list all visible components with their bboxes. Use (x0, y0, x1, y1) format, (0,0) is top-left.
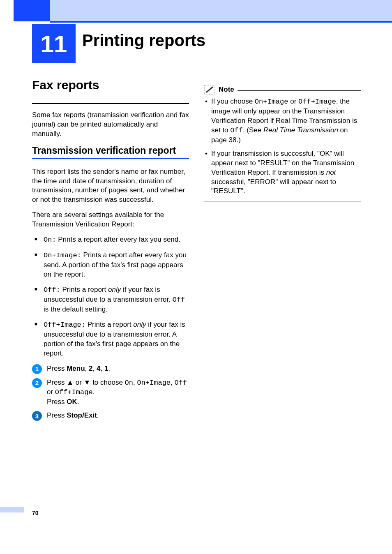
bullet-off: Off: Prints a report only if your fax is… (44, 285, 189, 314)
bullet-on: On: Prints a report after every fax you … (44, 235, 189, 245)
s1-menu: Menu (67, 365, 85, 372)
note-label: Note (219, 85, 234, 94)
text-offimg-only: only (133, 321, 146, 328)
s2-or1: or (74, 379, 84, 386)
step-1: 1 Press Menu, 2, 4, 1. (32, 364, 189, 374)
step-1-text: Press Menu, 2, 4, 1. (47, 364, 110, 374)
steps-list: 1 Press Menu, 2, 4, 1. 2 Press ▲ or ▼ to… (32, 364, 189, 421)
s1-pre: Press (47, 365, 67, 372)
step-2-text: Press ▲ or ▼ to choose On, On+Image, Off… (47, 378, 189, 407)
label-on-image: On+Image: (44, 252, 81, 259)
header-square (14, 0, 50, 21)
desc-paragraph-1: This report lists the sender's name or f… (32, 167, 189, 205)
n1-dot: . (See (243, 126, 263, 134)
text-off-prefix: Prints a report (60, 286, 108, 293)
step-badge-3: 3 (32, 411, 42, 421)
desc-paragraph-2: There are several settings available for… (32, 210, 189, 229)
s2-period: . (93, 388, 95, 396)
text-off-end: is the default setting. (44, 305, 108, 313)
note-header-line (238, 90, 361, 91)
header-bar (50, 0, 392, 21)
note-icon (204, 85, 215, 95)
bullet-on-image: On+Image: Prints a report after every fa… (44, 251, 189, 279)
text-off-only: only (108, 286, 121, 293)
bullet-off-image: Off+Image: Prints a report only if your … (44, 320, 189, 358)
h1-rule (32, 100, 189, 104)
n1-ital: Real Time Transmission (263, 126, 338, 134)
header-divider (50, 21, 392, 23)
note-bottom-rule (204, 201, 361, 201)
s1-end: . (108, 365, 110, 372)
s3-pre: Press (47, 411, 67, 419)
page-number: 70 (32, 510, 39, 516)
s1-c1: , (85, 365, 89, 372)
code-off: Off (173, 296, 185, 304)
s2-comma2: , (171, 379, 174, 386)
h1-fax-reports: Fax reports (32, 78, 189, 92)
up-arrow-icon: ▲ (67, 379, 74, 386)
settings-bullet-list: On: Prints a report after every fax you … (44, 235, 189, 358)
n1-offimg: Off+Image (298, 98, 336, 106)
note-bullet-2: If your transmission is successful, "OK"… (211, 149, 361, 196)
h2-rule (32, 158, 189, 159)
right-column: Note If you choose On+Image or Off+Image… (204, 78, 361, 427)
n2-b: successful, "ERROR" will appear next to … (211, 178, 336, 195)
chapter-title: Printing reports (82, 31, 205, 50)
s3-end: . (97, 411, 99, 419)
footer-bar (0, 507, 24, 512)
n2-not: not (326, 169, 336, 176)
s2-choose: to choose (90, 379, 125, 386)
note-header: Note (204, 85, 361, 95)
note-bullet-1: If you choose On+Image or Off+Image, the… (211, 97, 361, 145)
h2-transmission-verification: Transmission verification report (32, 145, 189, 157)
s2-end2: . (77, 398, 79, 406)
chapter-number-badge: 11 (32, 24, 76, 63)
down-arrow-icon: ▼ (84, 379, 91, 386)
n1-pre: If you choose (211, 97, 255, 105)
s2-on: On (125, 379, 133, 387)
label-off: Off: (44, 286, 60, 294)
n1-off: Off (230, 127, 243, 134)
step-3: 3 Press Stop/Exit. (32, 411, 189, 421)
s2-press: Press (47, 398, 67, 406)
text-on: Prints a report after every fax you send… (56, 235, 180, 243)
s2-or2: or (47, 388, 55, 396)
s1-2: 2 (89, 365, 92, 372)
s2-ok: OK (67, 398, 77, 406)
step-2: 2 Press ▲ or ▼ to choose On, On+Image, O… (32, 378, 189, 407)
s2-pre: Press (47, 379, 67, 386)
step-3-text: Press Stop/Exit. (47, 411, 99, 420)
note-bullets: If you choose On+Image or Off+Image, the… (211, 97, 361, 196)
step-badge-2: 2 (32, 378, 42, 388)
s1-4: 4 (97, 365, 100, 372)
n1-or: or (288, 97, 298, 105)
step-badge-1: 1 (32, 364, 42, 374)
s2-onimg: On+Image (137, 379, 171, 387)
n1-onimg: On+Image (255, 98, 288, 106)
s1-c2: , (93, 365, 97, 372)
text-offimg-prefix: Prints a report (85, 321, 133, 328)
label-off-image: Off+Image: (44, 321, 85, 329)
label-on: On: (44, 236, 56, 244)
s3-stopexit: Stop/Exit (67, 411, 97, 419)
intro-paragraph: Some fax reports (transmission verificat… (32, 111, 189, 139)
s2-offimg: Off+Image (55, 388, 93, 396)
s2-off: Off (175, 379, 187, 387)
s1-c3: , (100, 365, 104, 372)
content-columns: Fax reports Some fax reports (transmissi… (32, 78, 361, 427)
s1-1: 1 (104, 365, 108, 372)
left-column: Fax reports Some fax reports (transmissi… (32, 78, 189, 427)
